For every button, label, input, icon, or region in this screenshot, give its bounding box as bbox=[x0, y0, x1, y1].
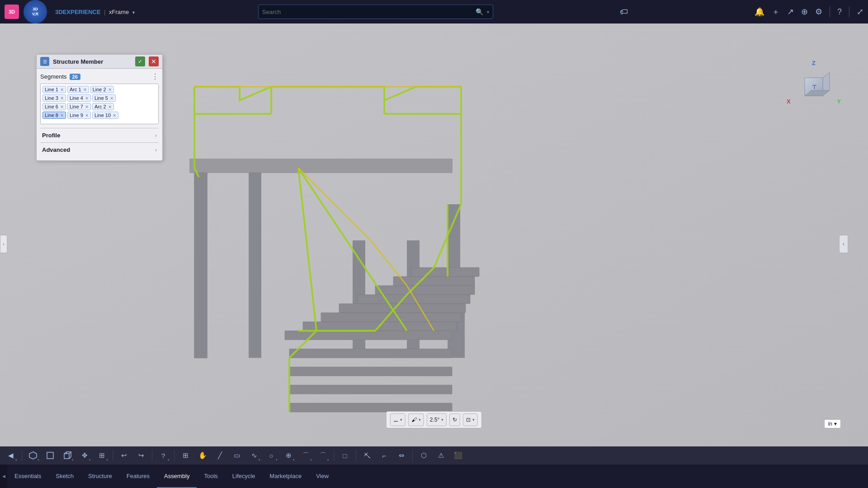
redo-button[interactable]: ↪ bbox=[134, 448, 148, 463]
remove-line1-button[interactable]: ✕ bbox=[60, 87, 64, 92]
remove-line10-button[interactable]: ✕ bbox=[113, 113, 116, 118]
trim-tool-button[interactable]: ⛏ bbox=[360, 448, 374, 463]
remove-line7-button[interactable]: ✕ bbox=[85, 104, 89, 109]
tab-toggle-left[interactable]: ◀ bbox=[0, 465, 7, 488]
sheet-tool-button[interactable] bbox=[43, 448, 57, 463]
3d-view-button[interactable]: ⬛ bbox=[451, 448, 465, 463]
box-tool-button[interactable] bbox=[60, 448, 75, 463]
tool-divider-4 bbox=[174, 450, 175, 461]
remove-line6-button[interactable]: ✕ bbox=[60, 104, 64, 109]
segments-menu-button[interactable]: ⋮ bbox=[151, 72, 159, 81]
tab-assembly[interactable]: Assembly bbox=[157, 465, 197, 488]
poly-tool-button[interactable]: ⌒ bbox=[316, 448, 330, 463]
maximize-button[interactable]: ⤢ bbox=[857, 7, 863, 17]
circle-center-button[interactable]: ○ bbox=[264, 448, 278, 463]
app-logo[interactable]: 3D bbox=[5, 5, 19, 19]
search-bar[interactable]: 🔍 ▾ bbox=[258, 5, 493, 19]
line-tool-button[interactable]: ╱ bbox=[212, 448, 227, 463]
right-panel-toggle[interactable]: ‹ bbox=[839, 235, 848, 253]
snap-paint-button[interactable]: 🖌 ▾ bbox=[408, 413, 424, 426]
compass-button[interactable]: 3DV,R bbox=[24, 0, 47, 23]
tab-sketch[interactable]: Sketch bbox=[48, 465, 81, 488]
add-button[interactable]: ＋ bbox=[772, 6, 780, 17]
snap-lines-button[interactable]: ⚊ ▾ bbox=[390, 413, 406, 426]
help-tool-button[interactable]: ? bbox=[156, 448, 170, 463]
advanced-expand-row[interactable]: Advanced › bbox=[40, 142, 159, 157]
tab-marketplace[interactable]: Marketplace bbox=[262, 465, 309, 488]
rect-tool-button[interactable]: ▭ bbox=[230, 448, 244, 463]
tool-divider-5 bbox=[334, 450, 334, 461]
undo-button[interactable]: ↩ bbox=[117, 448, 131, 463]
remove-line2-button[interactable]: ✕ bbox=[108, 87, 112, 92]
segments-list[interactable]: Line 1 ✕ Arc 1 ✕ Line 2 ✕ Line 3 bbox=[40, 84, 159, 124]
remove-arc2-button[interactable]: ✕ bbox=[108, 104, 112, 109]
tab-tools[interactable]: Tools bbox=[197, 465, 225, 488]
collaborate-button[interactable]: ⊕ bbox=[801, 7, 808, 17]
segment-chip-line8[interactable]: Line 8 ✕ bbox=[42, 112, 66, 119]
remove-line4-button[interactable]: ✕ bbox=[85, 96, 89, 101]
tabs-main: Essentials Sketch Structure Features Ass… bbox=[7, 465, 868, 488]
svg-marker-35 bbox=[29, 452, 37, 459]
svg-rect-37 bbox=[64, 454, 69, 459]
snap-grid-button[interactable]: ⊡ ▾ bbox=[463, 413, 478, 426]
segment-chip-line7[interactable]: Line 7 ✕ bbox=[67, 103, 91, 110]
remove-line3-button[interactable]: ✕ bbox=[60, 96, 64, 101]
share-button[interactable]: ↗ bbox=[787, 7, 794, 17]
remove-line8-button[interactable]: ✕ bbox=[60, 113, 64, 118]
arc-tool-button[interactable]: ⌒ bbox=[298, 448, 313, 463]
angle-value[interactable]: 2.5° ▾ bbox=[427, 413, 447, 426]
viewport[interactable]: › ☰ Structure Member ✓ ✕ Segments 26 ⋮ L… bbox=[0, 23, 868, 465]
mirror-tool-button[interactable]: ⇔ bbox=[394, 448, 409, 463]
cube-labels: Z ⊤ X Y bbox=[787, 60, 841, 114]
rotate-button[interactable]: ↻ bbox=[449, 413, 460, 426]
segment-row-2: Line 3 ✕ Line 4 ✕ Line 5 ✕ bbox=[42, 94, 156, 102]
notifications-button[interactable]: 🔔 bbox=[755, 7, 764, 17]
tab-structure[interactable]: Structure bbox=[81, 465, 119, 488]
move-tool-button[interactable]: ✥ bbox=[77, 448, 92, 463]
segment-chip-line3[interactable]: Line 3 ✕ bbox=[42, 94, 66, 102]
model-toggle-button[interactable]: ◀ bbox=[4, 448, 18, 463]
tab-view[interactable]: View bbox=[309, 465, 336, 488]
segment-chip-line9[interactable]: Line 9 ✕ bbox=[67, 112, 91, 119]
solid-tool-button[interactable] bbox=[26, 448, 40, 463]
topbar-actions: 🔔 ＋ ↗ ⊕ ⚙ ? ⤢ bbox=[755, 6, 863, 17]
project-dropdown[interactable]: ▾ bbox=[132, 10, 135, 15]
panel-close-button[interactable]: ✕ bbox=[149, 56, 159, 66]
orientation-cube[interactable]: Z ⊤ X Y bbox=[787, 60, 841, 132]
tab-lifecycle[interactable]: Lifecycle bbox=[225, 465, 263, 488]
segment-chip-line6[interactable]: Line 6 ✕ bbox=[42, 103, 66, 110]
search-dropdown-arrow[interactable]: ▾ bbox=[487, 9, 489, 14]
snap-obj-button[interactable]: ⊞ bbox=[94, 448, 109, 463]
tag-icon[interactable]: 🏷 bbox=[617, 5, 631, 19]
left-panel-toggle[interactable]: › bbox=[0, 235, 7, 253]
segment-chip-line2[interactable]: Line 2 ✕ bbox=[90, 86, 114, 93]
hand-tool-button[interactable]: ✋ bbox=[195, 448, 210, 463]
remove-line9-button[interactable]: ✕ bbox=[85, 113, 89, 118]
segment-chip-line5[interactable]: Line 5 ✕ bbox=[92, 94, 116, 102]
unit-selector[interactable]: in ▾ bbox=[824, 419, 841, 428]
profile-expand-arrow: › bbox=[155, 132, 157, 139]
tab-features[interactable]: Features bbox=[119, 465, 157, 488]
panel-confirm-button[interactable]: ✓ bbox=[135, 56, 145, 66]
remove-arc1-button[interactable]: ✕ bbox=[83, 87, 87, 92]
cube-shape: ⊤ bbox=[796, 69, 832, 105]
segment-chip-arc1[interactable]: Arc 1 ✕ bbox=[67, 86, 89, 93]
search-input[interactable] bbox=[262, 9, 472, 15]
segment-chip-line10[interactable]: Line 10 ✕ bbox=[92, 112, 118, 119]
settings-button[interactable]: ⚙ bbox=[815, 7, 822, 17]
tab-essentials[interactable]: Essentials bbox=[7, 465, 48, 488]
remove-line5-button[interactable]: ✕ bbox=[110, 96, 113, 101]
spline-tool-button[interactable]: ∿ bbox=[247, 448, 261, 463]
constraint-box-button[interactable]: □ bbox=[338, 448, 352, 463]
segment-chip-arc2[interactable]: Arc 2 ✕ bbox=[92, 103, 114, 110]
help-button[interactable]: ? bbox=[837, 7, 842, 17]
dim-tool-button[interactable]: ⬡ bbox=[416, 448, 431, 463]
fillet-tool-button[interactable]: ⌐ bbox=[377, 448, 392, 463]
grid-view-button[interactable]: ⊞ bbox=[178, 448, 193, 463]
warn-tool-button[interactable]: ⚠ bbox=[434, 448, 448, 463]
profile-expand-row[interactable]: Profile › bbox=[40, 128, 159, 142]
segment-chip-line1[interactable]: Line 1 ✕ bbox=[42, 86, 66, 93]
tool-divider-7 bbox=[412, 450, 413, 461]
segment-chip-line4[interactable]: Line 4 ✕ bbox=[67, 94, 91, 102]
point-tool-button[interactable]: ⊕ bbox=[281, 448, 296, 463]
